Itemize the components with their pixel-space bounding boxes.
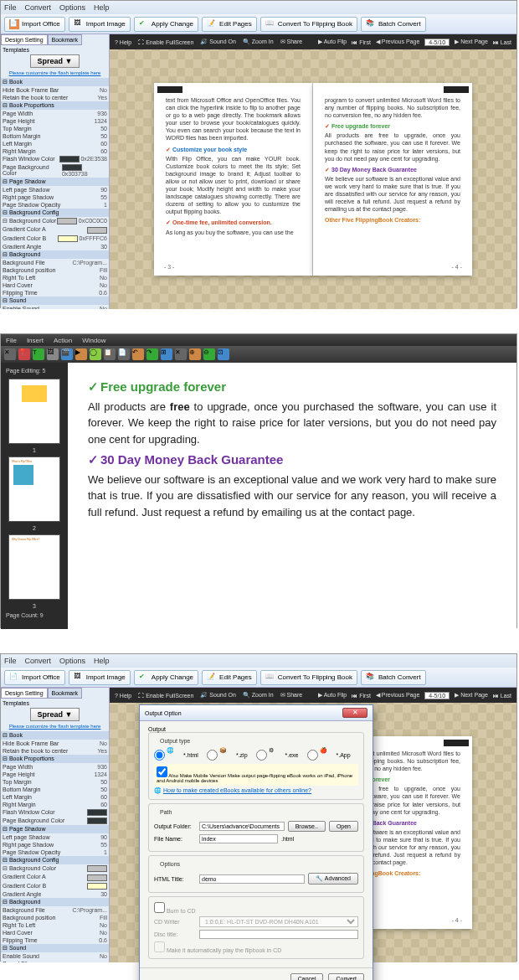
share-button[interactable]: ✉ Share — [280, 39, 303, 45]
prop-bgcolor[interactable]: ⊟ Background Color 0xC0C0C0 — [1, 217, 109, 225]
menu-file[interactable]: File — [6, 337, 17, 344]
prop-bm[interactable]: Bottom Margin50 — [1, 132, 109, 140]
burn-cd-checkbox[interactable]: Burn to CD — [154, 908, 196, 914]
edit-pages-button[interactable]: 📝Edit Pages — [202, 17, 257, 32]
edit-pages-button[interactable]: 📝Edit Pages — [202, 670, 257, 685]
prop-hide-frame[interactable]: Hide Book Frame BarNo — [1, 86, 109, 94]
batch-convert-button[interactable]: 📚Batch Convert — [361, 17, 426, 32]
prop-lps[interactable]: Left page Shadow90 — [1, 186, 109, 193]
import-office-button[interactable]: 📄Import Office — [4, 670, 65, 685]
prop-rps[interactable]: Right page Shadow55 — [1, 193, 109, 201]
radio-app[interactable]: 🍎*.App — [307, 747, 351, 762]
page-editor-canvas[interactable]: Free upgrade forever All products are fr… — [68, 363, 516, 629]
menu-file[interactable]: File — [4, 3, 17, 12]
tool-icon[interactable]: ✕ — [4, 348, 16, 360]
prop-ph[interactable]: Page Height1324 — [1, 117, 109, 125]
import-image-button[interactable]: 🖼Import Image — [69, 17, 131, 32]
tab-design-setting[interactable]: Design Setting — [1, 34, 48, 45]
zoom-button[interactable]: 🔍 Zoom In — [243, 39, 274, 45]
spread-button[interactable]: Spread ▼ — [30, 54, 80, 68]
batch-convert-button[interactable]: 📚Batch Convert — [361, 670, 426, 685]
menu-action[interactable]: Action — [54, 337, 72, 344]
page-shadow-group[interactable]: ⊟ Page Shadow — [1, 178, 109, 186]
radio-exe[interactable]: ⚙*.exe — [256, 747, 299, 762]
book-group[interactable]: ⊟ Book — [1, 78, 109, 86]
convert-flip-button[interactable]: 📖Convert To Flipping Book — [260, 17, 357, 32]
import-office-button[interactable]: 📄Import Office — [4, 17, 65, 32]
prop-tm[interactable]: Top Margin50 — [1, 125, 109, 132]
sound-group[interactable]: ⊟ Sound — [1, 297, 109, 305]
bg-config-group[interactable]: ⊟ Background Config — [1, 209, 109, 217]
prop-rm[interactable]: Right Margin60 — [1, 147, 109, 155]
page-indicator[interactable]: 4-5/10 — [424, 39, 450, 46]
menu-insert[interactable]: Insert — [27, 337, 44, 344]
prop-pbc[interactable]: Page Background Color 0x303738 — [1, 163, 109, 178]
fullscreen-button[interactable]: ⛶ Enable FullScreen — [138, 39, 193, 45]
editor-menubar[interactable]: File Insert Action Window — [1, 334, 516, 346]
output-folder-input[interactable] — [199, 822, 285, 831]
proportions-group[interactable]: ⊟ Book Proportions — [1, 101, 109, 110]
prop-bgpos[interactable]: Background positionFill — [1, 266, 109, 274]
tool-icon[interactable]: ↶ — [132, 348, 144, 360]
prop-ga[interactable]: Gradient Angle30 — [1, 243, 109, 250]
tool-icon[interactable]: 📄 — [118, 348, 130, 360]
tool-icon[interactable]: ⊡ — [218, 348, 229, 360]
menu-window[interactable]: Window — [82, 337, 105, 344]
tool-icon[interactable]: 🎬 — [61, 348, 73, 360]
prop-hc[interactable]: Hard CoverNo — [1, 281, 109, 289]
cancel-button[interactable]: Cancel — [290, 973, 324, 980]
autoplay-checkbox[interactable]: Make it automatically play the flipbook … — [154, 947, 281, 953]
thumb-3[interactable]: Why Choose Flip Office? — [8, 534, 60, 600]
tool-icon[interactable]: ▶ — [75, 348, 87, 360]
prop-gca[interactable]: Gradient Color A — [1, 225, 109, 234]
tab-bookmark[interactable]: Bookmark — [48, 34, 83, 45]
cd-writer-select[interactable]: 1:0:0,E: HL-DT-ST DVD-ROM DH40N A101 — [199, 916, 358, 927]
tool-icon[interactable]: ✕ — [175, 348, 187, 360]
autoflip-button[interactable]: ▶ Auto Flip — [318, 39, 347, 45]
menubar[interactable]: File Convert Options Help — [1, 1, 516, 14]
html-title-input[interactable] — [199, 874, 305, 884]
prop-rtl[interactable]: Right To LeftNo — [1, 274, 109, 281]
menu-options[interactable]: Options — [59, 3, 85, 12]
tool-icon[interactable]: 📋 — [104, 348, 116, 360]
menu-help[interactable]: Help — [94, 3, 110, 12]
convert-button[interactable]: Convert — [328, 973, 364, 980]
apply-change-button[interactable]: ✔Apply Change — [134, 17, 198, 32]
menubar[interactable]: File Convert Options Help — [1, 654, 516, 668]
last-button[interactable]: ⏭ Last — [493, 39, 511, 45]
prop-lm[interactable]: Left Margin60 — [1, 140, 109, 147]
browse-button[interactable]: Browse.. — [288, 821, 326, 832]
open-button[interactable]: Open — [329, 821, 358, 832]
radio-html[interactable]: 🌐*.html — [154, 747, 198, 762]
tool-icon[interactable]: ⊕ — [189, 348, 201, 360]
close-button[interactable]: ✕ — [342, 708, 367, 718]
flipbook-viewer[interactable]: text from Microsoft Office and OpenOffic… — [110, 49, 516, 309]
radio-zip[interactable]: 📦*.zip — [207, 747, 248, 762]
prop-bgfile[interactable]: Background FileC:\Program... — [1, 259, 109, 266]
tool-icon[interactable]: ↷ — [146, 348, 158, 360]
prop-es[interactable]: Enable SoundNo — [1, 305, 109, 309]
help-button[interactable]: ? Help — [115, 39, 131, 45]
prop-fwc[interactable]: Flash Window Color 0x2E3538 — [1, 155, 109, 163]
prop-gcb[interactable]: Gradient Color B 0xFFFFC6 — [1, 235, 109, 243]
tool-icon[interactable]: 📍 — [18, 348, 30, 360]
customize-link[interactable]: Please customize the flash template here — [3, 70, 107, 76]
prop-ft[interactable]: Flipping Time0.6 — [1, 289, 109, 297]
disc-title-input[interactable] — [199, 930, 358, 939]
tool-icon[interactable]: T — [33, 348, 44, 360]
tool-icon[interactable]: 🖼 — [47, 348, 59, 360]
import-image-button[interactable]: 🖼Import Image — [69, 670, 131, 685]
dialog-titlebar[interactable]: Output Option ✕ — [140, 705, 373, 721]
howto-link[interactable]: How to make created eBooks available for… — [163, 787, 311, 793]
filename-input[interactable] — [199, 834, 278, 843]
sound-button[interactable]: 🔊 Sound On — [200, 39, 235, 45]
menu-convert[interactable]: Convert — [25, 3, 52, 12]
thumb-2[interactable]: What is Flip Office — [8, 456, 60, 522]
prev-button[interactable]: ◀ Previous Page — [376, 39, 419, 45]
advanced-button[interactable]: 🔧 Advanced — [308, 873, 358, 885]
prop-pw[interactable]: Page Width936 — [1, 110, 109, 117]
next-button[interactable]: ▶ Next Page — [455, 39, 488, 45]
tool-icon[interactable]: ◯ — [90, 348, 101, 360]
prop-pso[interactable]: Page Shadow Opacity1 — [1, 201, 109, 209]
bg-group[interactable]: ⊟ Background — [1, 250, 109, 259]
